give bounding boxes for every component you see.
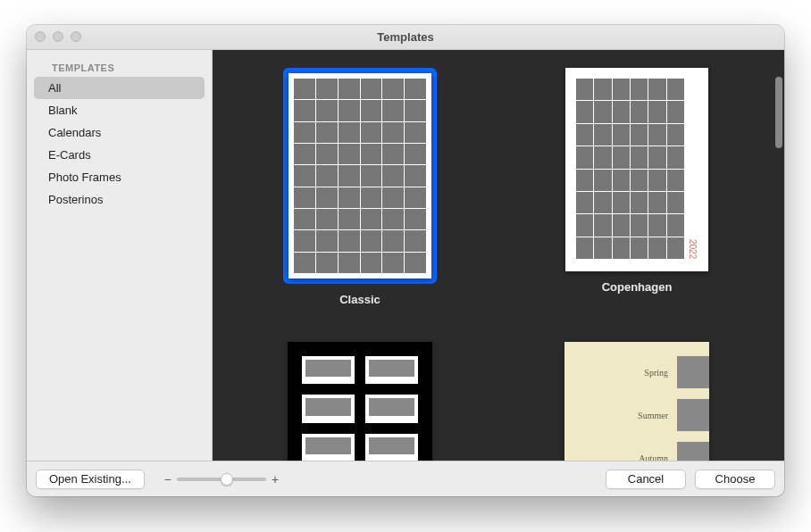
- photo-tile: [405, 209, 426, 229]
- photo-tile: [613, 237, 630, 259]
- photo-tile: [576, 146, 593, 168]
- photo-tile: [648, 214, 665, 236]
- photo-tile: [316, 187, 338, 208]
- photo-tile: [294, 79, 315, 99]
- photo-tile: [294, 253, 315, 273]
- photo-tile: [631, 101, 648, 122]
- photo-tile: [594, 79, 611, 100]
- zoom-window-icon[interactable]: [71, 31, 81, 42]
- photo-tile: [361, 144, 382, 164]
- sidebar-section-header: TEMPLATES: [27, 59, 212, 77]
- photo-tile: [613, 170, 630, 191]
- photo-tile: [339, 100, 360, 121]
- bottom-toolbar: Open Existing... − + Cancel Choose: [27, 461, 784, 496]
- photo-tile: [316, 100, 338, 121]
- choose-button[interactable]: Choose: [695, 470, 775, 489]
- photo-tile: [594, 124, 611, 145]
- photo-tile: [648, 101, 665, 122]
- photo-tile: [648, 146, 665, 168]
- open-existing-button[interactable]: Open Existing...: [36, 470, 145, 489]
- photo-tile: [382, 144, 404, 164]
- sidebar-item-label: E-Cards: [48, 148, 91, 162]
- photo-tile: [576, 214, 593, 236]
- template-item-polaroid[interactable]: [244, 342, 476, 461]
- photo-tile: [594, 146, 611, 168]
- photo-tile: [339, 209, 360, 229]
- photo-tile: [316, 165, 338, 186]
- titlebar: Templates: [27, 25, 784, 50]
- minimize-window-icon[interactable]: [53, 31, 63, 42]
- photo-tile: [382, 165, 404, 186]
- sidebar-item-label: Photo Frames: [48, 170, 121, 184]
- photo-tile: [339, 144, 360, 164]
- sidebar-item-label: All: [48, 81, 61, 95]
- button-label: Open Existing...: [49, 472, 131, 486]
- photo-tile: [648, 79, 665, 100]
- photo-tile: [667, 170, 684, 191]
- photo-tile: [339, 230, 360, 251]
- photo-tile: [294, 144, 315, 164]
- sidebar: TEMPLATES All Blank Calendars E-Cards Ph…: [27, 50, 213, 461]
- photo-tile: [294, 100, 315, 121]
- template-item-classic[interactable]: Classic: [244, 68, 476, 306]
- photo-tile: [576, 170, 593, 191]
- photo-tile: [361, 165, 382, 186]
- photo-tile: [613, 214, 630, 236]
- sidebar-item-photo-frames[interactable]: Photo Frames: [34, 166, 205, 188]
- sidebar-item-ecards[interactable]: E-Cards: [34, 144, 205, 166]
- photo-tile: [667, 124, 684, 145]
- photo-tile: [631, 146, 648, 168]
- photo-tile: [294, 165, 315, 186]
- photo-tile: [576, 79, 593, 100]
- zoom-slider[interactable]: [177, 478, 266, 481]
- photo-tile: [667, 79, 684, 100]
- photo-tile: [316, 209, 338, 229]
- template-item-seasons[interactable]: Spring Summer Autumn: [521, 342, 753, 461]
- sidebar-item-all[interactable]: All: [34, 77, 205, 99]
- photo-tile: [294, 230, 315, 251]
- template-grid[interactable]: Classic 2022 Copenhagen: [213, 50, 784, 461]
- sidebar-item-calendars[interactable]: Calendars: [34, 121, 205, 144]
- photo-tile: [613, 124, 630, 145]
- photo-tile: [667, 146, 684, 168]
- photo-tile: [405, 144, 426, 164]
- scrollbar-thumb[interactable]: [775, 77, 782, 148]
- photo-tile: [667, 192, 684, 213]
- sidebar-item-label: Blank: [48, 104, 78, 117]
- photo-tile: [405, 187, 426, 208]
- photo-tile: [382, 79, 404, 99]
- photo-tile: [339, 122, 360, 143]
- sidebar-item-blank[interactable]: Blank: [34, 99, 205, 121]
- season-label: Spring: [644, 368, 668, 378]
- photo-tile: [361, 253, 382, 273]
- photo-tile: [648, 192, 665, 213]
- photo-tile: [631, 237, 648, 259]
- photo-tile: [361, 209, 382, 229]
- template-item-copenhagen[interactable]: 2022 Copenhagen: [521, 68, 753, 306]
- close-window-icon[interactable]: [35, 31, 46, 42]
- photo-tile: [405, 100, 426, 121]
- template-label: Classic: [339, 293, 380, 306]
- photo-tile: [294, 187, 315, 208]
- cancel-button[interactable]: Cancel: [606, 470, 686, 489]
- zoom-out-icon[interactable]: −: [164, 472, 171, 486]
- photo-tile: [648, 237, 665, 259]
- template-thumbnail: [288, 342, 432, 461]
- sidebar-item-posterinos[interactable]: Posterinos: [34, 188, 205, 211]
- photo-tile: [405, 230, 426, 251]
- button-label: Cancel: [628, 472, 664, 486]
- template-thumbnail: Spring Summer Autumn: [564, 342, 709, 461]
- zoom-in-icon[interactable]: +: [272, 472, 279, 486]
- photo-tile: [361, 100, 382, 121]
- template-label: Copenhagen: [602, 280, 673, 294]
- photo-tile: [294, 209, 315, 229]
- photo-tile: [594, 101, 611, 122]
- photo-tile: [631, 214, 648, 236]
- photo-tile: [594, 170, 611, 191]
- photo-tile: [316, 253, 338, 273]
- photo-tile: [576, 124, 593, 145]
- sidebar-item-label: Posterinos: [48, 193, 103, 206]
- zoom-slider-knob[interactable]: [221, 473, 233, 486]
- photo-tile: [382, 230, 404, 251]
- photo-tile: [613, 101, 630, 122]
